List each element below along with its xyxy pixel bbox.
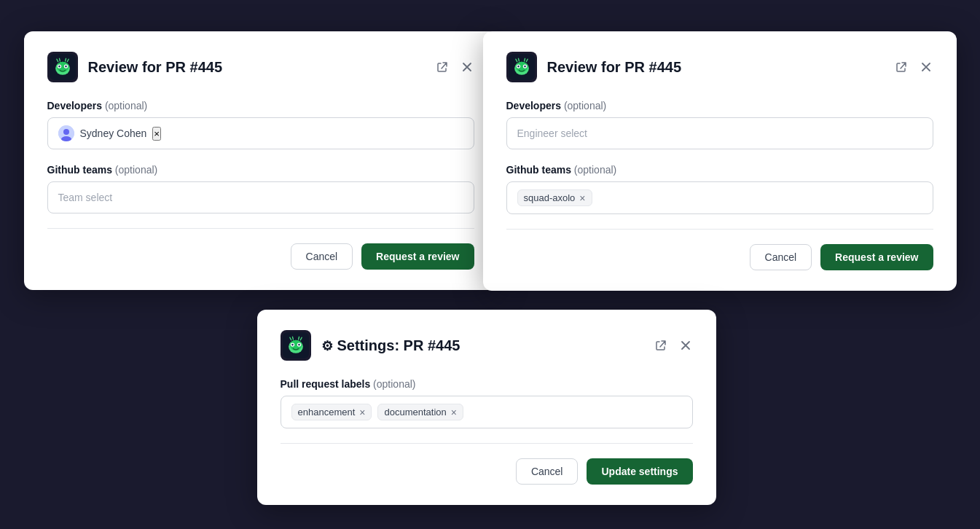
- svg-point-15: [517, 66, 520, 68]
- close-button-3[interactable]: [678, 338, 693, 353]
- cancel-button-1[interactable]: Cancel: [291, 243, 353, 270]
- developers-section-2: Developers (optional) Engineer select: [506, 100, 933, 149]
- svg-point-16: [524, 66, 526, 68]
- squad-axolo-tag: squad-axolo ×: [517, 189, 592, 206]
- close-button-2[interactable]: [919, 60, 933, 74]
- svg-point-6: [65, 66, 67, 68]
- dialog-2-title: Review for PR #445: [547, 59, 894, 76]
- developers-input-2[interactable]: Engineer select: [506, 117, 933, 149]
- dialog-2-divider: [506, 229, 933, 230]
- remove-squad-axolo-button[interactable]: ×: [579, 193, 585, 203]
- dialog-2-footer: Cancel Request a review: [506, 244, 933, 270]
- dialog-3-divider: [281, 443, 693, 444]
- pr-labels-label: Pull request labels (optional): [281, 378, 693, 390]
- review-dialog-1: Review for PR #445 Developers (optional): [24, 31, 498, 290]
- pr-labels-input[interactable]: enhancement × documentation ×: [281, 396, 693, 428]
- external-link-button-2[interactable]: [894, 60, 909, 74]
- developers-section-1: Developers (optional) Sydney Cohen ×: [47, 100, 474, 149]
- github-teams-label-2: Github teams (optional): [506, 164, 933, 176]
- dialog-1-header-actions: [435, 60, 474, 74]
- github-teams-section-2: Github teams (optional) squad-axolo ×: [506, 164, 933, 214]
- external-link-button-1[interactable]: [435, 60, 450, 74]
- update-settings-button[interactable]: Update settings: [587, 458, 692, 485]
- axolo-avatar-3: [281, 330, 311, 361]
- review-dialog-2: Review for PR #445 Developers (optional): [483, 31, 957, 291]
- dialog-1-footer: Cancel Request a review: [47, 243, 474, 270]
- external-link-button-3[interactable]: [654, 338, 668, 353]
- dialog-1-title: Review for PR #445: [88, 59, 435, 76]
- request-review-button-1[interactable]: Request a review: [361, 243, 474, 270]
- github-teams-label-1: Github teams (optional): [47, 164, 474, 176]
- developers-input-1[interactable]: Sydney Cohen ×: [47, 117, 474, 149]
- settings-dialog-3: ⚙Settings: PR #445 Pull request labels: [257, 310, 716, 505]
- remove-enhancement-button[interactable]: ×: [359, 407, 365, 418]
- enhancement-tag: enhancement ×: [291, 404, 372, 420]
- user-pill-sydney: Sydney Cohen: [58, 125, 147, 141]
- pr-labels-section: Pull request labels (optional) enhanceme…: [281, 378, 693, 428]
- github-teams-input-1[interactable]: Team select: [47, 181, 474, 213]
- cancel-button-2[interactable]: Cancel: [750, 244, 812, 270]
- svg-point-8: [63, 129, 69, 135]
- request-review-button-2[interactable]: Request a review: [820, 244, 933, 270]
- documentation-tag: documentation ×: [377, 404, 463, 420]
- close-button-1[interactable]: [460, 60, 474, 74]
- remove-sydney-button[interactable]: ×: [152, 127, 161, 141]
- github-teams-section-1: Github teams (optional) Team select: [47, 164, 474, 213]
- dialog-3-title: ⚙Settings: PR #445: [321, 337, 654, 354]
- svg-point-23: [298, 344, 300, 346]
- engineer-placeholder: Engineer select: [517, 128, 588, 139]
- team-placeholder-1: Team select: [58, 192, 113, 203]
- developers-label-2: Developers (optional): [506, 100, 933, 111]
- sydney-avatar: [58, 125, 74, 141]
- dialog-2-header: Review for PR #445: [506, 52, 933, 82]
- svg-point-5: [58, 66, 60, 68]
- github-teams-input-2[interactable]: squad-axolo ×: [506, 181, 933, 214]
- dialog-2-header-actions: [894, 60, 933, 74]
- dialog-1-header: Review for PR #445: [47, 52, 474, 82]
- svg-point-22: [291, 344, 294, 346]
- axolo-avatar-2: [506, 52, 537, 82]
- cancel-button-3[interactable]: Cancel: [516, 458, 579, 485]
- gear-icon: ⚙: [321, 339, 333, 353]
- dialog-3-header: ⚙Settings: PR #445: [281, 330, 693, 361]
- developers-label-1: Developers (optional): [47, 100, 474, 111]
- axolo-avatar-1: [47, 52, 78, 82]
- dialog-1-divider: [47, 228, 474, 229]
- sydney-name: Sydney Cohen: [80, 128, 147, 139]
- dialog-3-footer: Cancel Update settings: [281, 458, 693, 485]
- remove-documentation-button[interactable]: ×: [451, 407, 457, 418]
- dialog-3-header-actions: [654, 338, 693, 353]
